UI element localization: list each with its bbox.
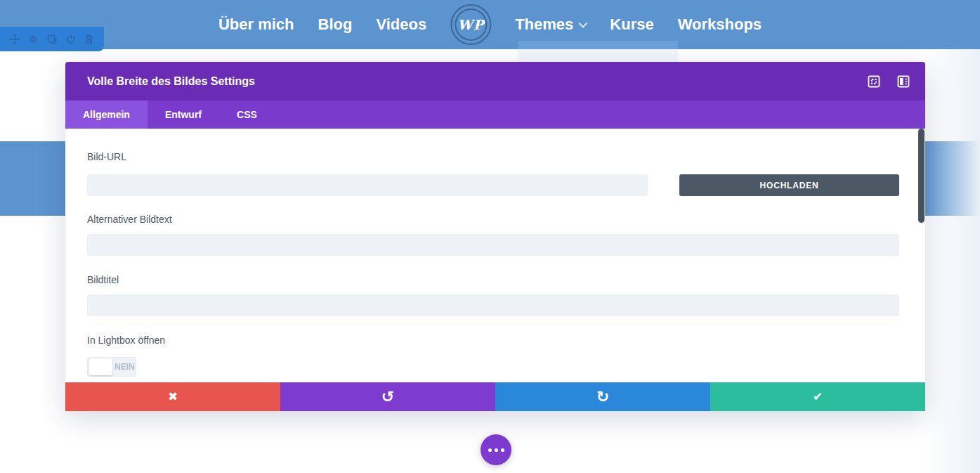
bildtitel-label: Bildtitel [87, 274, 119, 285]
disable-icon[interactable] [64, 32, 78, 46]
trash-icon[interactable] [82, 32, 96, 46]
main-nav: Über mich Blog Videos WP Themes Kurse Wo… [0, 0, 980, 49]
nav-item-videos[interactable]: Videos [376, 15, 426, 34]
modal-footer: ✖ ↺ ↻ ✔ [65, 382, 925, 411]
site-logo[interactable]: WP [450, 4, 491, 45]
save-button[interactable]: ✔ [710, 382, 925, 411]
undo-button[interactable]: ↺ [280, 382, 495, 411]
page-content-fragment [518, 49, 678, 62]
nav-items: Über mich Blog Videos WP Themes Kurse Wo… [218, 0, 762, 49]
lightbox-label: In Lightbox öffnen [87, 335, 165, 346]
tab-allgemein[interactable]: Allgemein [65, 101, 148, 129]
check-icon: ✔ [813, 391, 823, 403]
toggle-state-label: NEIN [115, 362, 135, 372]
nav-item-blog[interactable]: Blog [318, 15, 353, 34]
modal-header-actions [868, 75, 910, 88]
bild-url-input[interactable] [87, 174, 648, 196]
modal-header: Volle Breite des Bildes Settings [65, 62, 925, 101]
nav-item-themes-label: Themes [515, 15, 573, 34]
dock-right-icon[interactable] [897, 75, 910, 88]
settings-modal: Volle Breite des Bildes Settings Allgeme… [65, 62, 925, 411]
site-logo-ring: WP [455, 8, 487, 41]
expand-icon[interactable] [868, 75, 880, 88]
lightbox-toggle[interactable]: NEIN [87, 357, 136, 377]
ellipsis-icon [488, 448, 492, 452]
undo-icon: ↺ [381, 389, 394, 405]
gear-icon[interactable] [26, 32, 40, 46]
chevron-down-icon [578, 19, 587, 28]
tab-entwurf[interactable]: Entwurf [148, 101, 219, 129]
bild-url-label: Bild-URL [87, 151, 126, 162]
toggle-knob [89, 358, 112, 375]
modal-scrollbar[interactable] [918, 129, 925, 223]
tab-css[interactable]: CSS [219, 101, 275, 129]
cancel-button[interactable]: ✖ [65, 382, 280, 411]
nav-item-themes[interactable]: Themes [515, 15, 586, 34]
alt-text-label: Alternativer Bildtext [87, 214, 172, 225]
module-toolbar [0, 27, 104, 51]
redo-button[interactable]: ↻ [495, 382, 710, 411]
nav-item-kurse[interactable]: Kurse [610, 15, 653, 34]
modal-body: Bild-URL HOCHLADEN Alternativer Bildtext… [65, 129, 925, 382]
bildtitel-input[interactable] [87, 294, 899, 316]
nav-item-workshops[interactable]: Workshops [678, 15, 762, 34]
page-edge-fade [924, 49, 980, 473]
site-logo-text: WP [457, 17, 484, 32]
page-settings-button[interactable] [481, 434, 511, 465]
duplicate-icon[interactable] [45, 32, 59, 46]
modal-title: Volle Breite des Bildes Settings [87, 75, 868, 88]
nav-item-ueber-mich[interactable]: Über mich [218, 15, 294, 34]
close-icon: ✖ [168, 391, 178, 403]
move-icon[interactable] [8, 32, 22, 46]
alt-text-input[interactable] [87, 234, 899, 256]
modal-tabbar: Allgemein Entwurf CSS [65, 101, 925, 129]
redo-icon: ↻ [596, 389, 609, 405]
hochladen-button[interactable]: HOCHLADEN [679, 174, 899, 196]
